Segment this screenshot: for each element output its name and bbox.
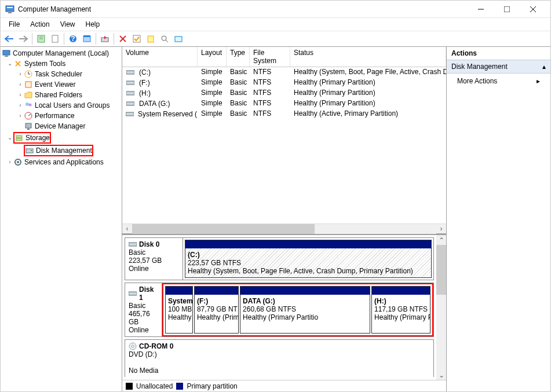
expander-icon[interactable]: ⌄ [6,133,13,142]
menu-action[interactable]: Action [25,19,54,30]
tree-services[interactable]: › Services and Applications [1,157,122,167]
disk-row[interactable]: CD-ROM 0 DVD (D:) No Media [125,339,434,377]
tree-pane: Computer Management (Local) ⌄ System Too… [1,47,122,391]
drive-icon [126,99,135,108]
drive-icon [126,109,134,119]
back-button[interactable] [3,32,16,45]
view-button[interactable] [81,32,93,45]
tree-label: Device Manager [35,122,85,131]
horizontal-scrollbar[interactable]: ‹ › [122,224,446,233]
scroll-track[interactable] [132,224,436,234]
properties-button[interactable] [49,32,61,45]
svg-rect-36 [16,138,22,141]
col-volume[interactable]: Volume [122,47,198,67]
actions-group[interactable]: Disk Management ▴ [447,60,550,74]
tree-performance[interactable]: › Performance [1,111,122,121]
refresh-button[interactable] [98,32,111,45]
tree-local-users[interactable]: › Local Users and Groups [1,100,122,111]
col-type[interactable]: Type [227,47,250,67]
partition-header [195,287,238,295]
expander-icon[interactable]: › [6,157,13,167]
show-tree-button[interactable] [35,32,48,45]
legend-swatch-primary [176,383,183,390]
menu-help[interactable]: Help [81,19,105,30]
svg-rect-1 [7,7,13,8]
volume-row[interactable]: (H:) Simple Basic NTFS Healthy (Primary … [122,88,446,98]
disk-info: Disk 1 Basic 465,76 GB Online [125,283,162,336]
volume-row[interactable]: (C:) Simple Basic NTFS Healthy (System, … [122,67,446,78]
collapse-icon: ▴ [542,63,546,71]
close-button[interactable] [520,1,546,17]
disk-icon [129,241,137,247]
expander-icon[interactable]: › [17,101,24,110]
scroll-thumb[interactable] [132,224,315,234]
scroll-down-icon[interactable]: ⌄ [436,370,446,380]
folder-icon [24,90,33,100]
expander-icon[interactable]: › [17,80,24,89]
forward-button[interactable] [17,32,30,45]
svg-rect-46 [129,243,137,246]
partition[interactable]: (H:)117,19 GB NTFSHealthy (Primary Parti… [371,286,430,334]
disk-row[interactable]: Disk 0 Basic 223,57 GB Online (C:) 223,5… [125,237,434,280]
expander-icon[interactable]: ⌄ [6,59,13,68]
svg-point-30 [29,104,32,107]
delete-button[interactable] [116,32,129,45]
scroll-up-icon[interactable]: ⌃ [436,235,446,245]
svg-point-49 [132,345,134,347]
scroll-right-icon[interactable]: › [436,224,446,234]
legend-label: Unallocated [136,382,173,390]
vertical-scrollbar[interactable]: ⌃ ⌄ [436,235,446,380]
volume-row[interactable]: System Reserved (E:) Simple Basic NTFS H… [122,109,446,119]
menu-view[interactable]: View [56,19,80,30]
partition[interactable]: DATA (G:)260,68 GB NTFSHealthy (Primary … [240,286,370,334]
tree-system-tools[interactable]: ⌄ System Tools [1,58,122,69]
partition[interactable]: (C:) 223,57 GB NTFS Healthy (System, Boo… [185,240,432,278]
tree-label: Disk Management [36,146,92,155]
tree-disk-management[interactable]: Disk Management [1,144,122,157]
expander-icon[interactable]: › [17,69,24,79]
scroll-track[interactable] [436,245,446,370]
help-button[interactable]: ? [67,32,79,45]
scroll-thumb[interactable] [436,245,446,295]
device-icon [24,122,33,131]
disk-icon [129,291,137,296]
window-titlebar: Computer Management [1,1,550,18]
scroll-left-icon[interactable]: ‹ [122,224,132,234]
tree-device-manager[interactable]: Device Manager [1,121,122,131]
cdrom-icon [129,342,137,350]
col-layout[interactable]: Layout [198,47,227,67]
svg-rect-22 [175,36,182,42]
tree-root[interactable]: Computer Management (Local) [1,48,122,58]
tree-label: Event Viewer [35,80,75,89]
tree-shared-folders[interactable]: › Shared Folders [1,90,122,100]
minimize-button[interactable] [468,1,494,17]
disk-info: Disk 0 Basic 223,57 GB Online [125,238,183,280]
partition[interactable]: (F:)87,79 GB NTFSHealthy (Primary Partit [194,286,239,334]
svg-rect-45 [126,112,134,116]
maximize-button[interactable] [494,1,520,17]
new-button[interactable] [144,32,157,45]
tree-label: Local Users and Groups [35,101,110,110]
drive-icon [126,68,135,77]
volume-row[interactable]: (F:) Simple Basic NTFS Healthy (Primary … [122,78,446,88]
search-button[interactable] [158,32,171,45]
tree-task-scheduler[interactable]: › Task Scheduler [1,69,122,79]
svg-point-29 [25,102,29,106]
settings-button[interactable] [172,32,185,45]
action-more[interactable]: More Actions ▸ [447,74,550,89]
svg-rect-19 [148,36,154,42]
col-filesystem[interactable]: File System [250,47,290,67]
expander-icon[interactable]: › [17,111,24,120]
col-status[interactable]: Status [290,47,446,67]
users-icon [24,101,33,110]
disk-row[interactable]: Disk 1 Basic 465,76 GB Online System100 … [125,283,434,337]
menu-file[interactable]: File [4,19,24,30]
tree-event-viewer[interactable]: › Event Viewer [1,79,122,90]
expander-icon[interactable]: › [17,90,24,100]
tree-storage[interactable]: ⌄ Storage [1,131,122,144]
volume-row[interactable]: DATA (G:) Simple Basic NTFS Healthy (Pri… [122,98,446,109]
partition[interactable]: System100 MBHealthy [165,286,193,334]
check-button[interactable] [130,32,143,45]
menu-bar: File Action View Help [1,18,550,31]
clock-icon [24,69,33,79]
